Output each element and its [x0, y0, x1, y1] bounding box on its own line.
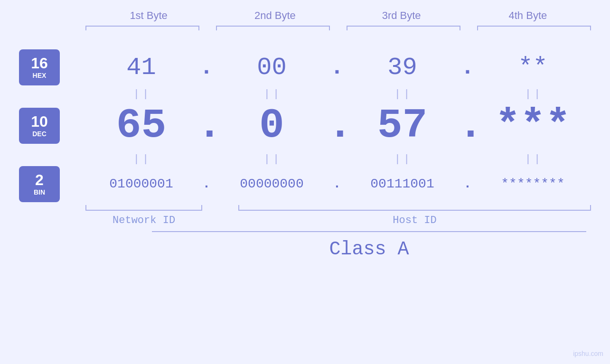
network-id-label: Network ID [85, 215, 202, 226]
bracket-byte4 [477, 26, 591, 30]
hex-dot3: . [458, 55, 477, 80]
dec-row: 10 DEC 65 . 0 . 57 . *** [19, 101, 591, 151]
hex-byte1: 41 [85, 54, 197, 82]
bin-dot2: . [328, 177, 347, 191]
bin-byte3: 00111001 [347, 177, 458, 191]
dec-base-label: DEC [32, 130, 47, 138]
bin-byte2: 00000000 [216, 177, 328, 191]
hex-base-label: HEX [33, 72, 47, 79]
byte-headers: 1st Byte 2nd Byte 3rd Byte 4th Byte [85, 9, 591, 22]
hex-dot1: . [197, 55, 216, 80]
bin-values-area: 01000001 . 00000000 . 00111001 . *******… [85, 177, 591, 191]
dec-byte3: 57 [347, 102, 458, 149]
hex-byte4: ** [477, 54, 589, 82]
byte1-header: 1st Byte [85, 9, 212, 22]
dec-byte4: *** [477, 102, 589, 149]
eq2-byte4: || [477, 153, 591, 165]
bin-row: 2 BIN 01000001 . 00000000 . 00111001 . *… [19, 166, 591, 202]
eq1-byte4: || [477, 88, 591, 100]
byte4-header: 4th Byte [465, 9, 591, 22]
dec-badge: 10 DEC [19, 108, 60, 144]
class-label: Class A [329, 239, 409, 260]
hex-byte2: 00 [216, 54, 328, 82]
hex-values-area: 41 . 00 . 39 . ** [85, 54, 591, 82]
class-row: Class A [152, 231, 586, 260]
bracket-byte1 [85, 26, 199, 30]
byte2-header: 2nd Byte [212, 9, 338, 22]
eq2-byte1: || [85, 153, 199, 165]
hex-badge: 16 HEX [19, 49, 60, 85]
bin-base-label: BIN [34, 188, 45, 196]
equals-row-1: || || || || [85, 87, 591, 101]
main-container: 1st Byte 2nd Byte 3rd Byte 4th Byte 16 H… [0, 0, 610, 364]
dec-dot3: . [458, 101, 477, 151]
byte3-header: 3rd Byte [338, 9, 465, 22]
bin-byte4: ******** [477, 177, 589, 191]
dec-values-area: 65 . 0 . 57 . *** [85, 101, 591, 151]
bin-dot1: . [197, 177, 216, 191]
bin-byte1: 01000001 [85, 177, 197, 191]
dec-dot1: . [197, 101, 216, 151]
bracket-byte2 [216, 26, 330, 30]
eq2-byte3: || [347, 153, 460, 165]
dec-base-num: 10 [31, 114, 48, 129]
hex-row: 16 HEX 41 . 00 . 39 . ** [19, 49, 591, 85]
bin-badge: 2 BIN [19, 166, 60, 202]
eq1-byte2: || [216, 88, 330, 100]
hex-dot2: . [328, 55, 347, 80]
host-bracket [238, 205, 591, 211]
host-id-label: Host ID [238, 215, 591, 226]
bin-base-num: 2 [35, 172, 44, 187]
eq1-byte1: || [85, 88, 199, 100]
network-bracket [85, 205, 202, 211]
hex-base-num: 16 [31, 56, 48, 71]
bin-dot3: . [458, 177, 477, 191]
id-label-row: Network ID Host ID [85, 215, 591, 226]
dec-byte1: 65 [85, 102, 197, 149]
dec-dot2: . [328, 101, 347, 151]
eq1-byte3: || [347, 88, 460, 100]
top-bracket-row [85, 26, 591, 30]
watermark: ipshu.com [573, 350, 603, 357]
bottom-bracket-row [85, 205, 591, 211]
equals-row-2: || || || || [85, 153, 591, 166]
dec-byte2: 0 [216, 102, 328, 149]
hex-byte3: 39 [347, 54, 458, 82]
eq2-byte2: || [216, 153, 330, 165]
bracket-byte3 [347, 26, 460, 30]
